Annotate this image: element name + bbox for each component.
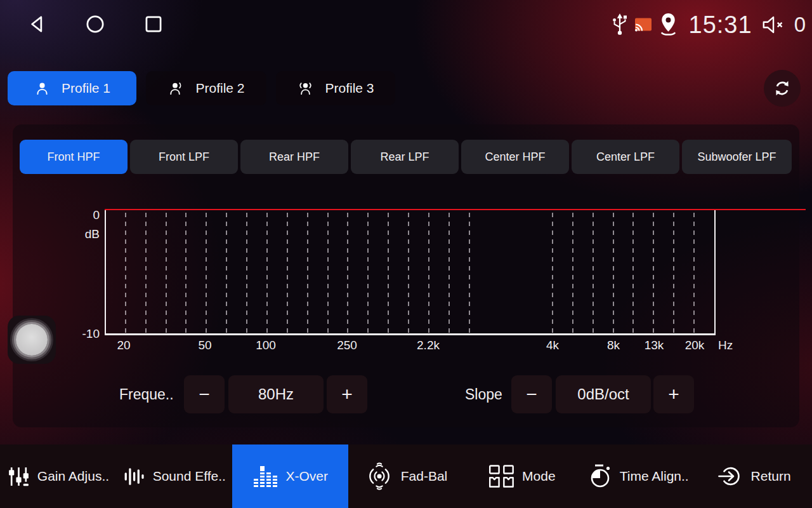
gridline (367, 213, 369, 333)
gridline (673, 213, 674, 333)
nav-item-label: Sound Effe.. (153, 469, 226, 484)
knob-circle-icon (16, 324, 48, 356)
status-bar: 15:31 0 (0, 0, 812, 51)
nav-item-x-over[interactable]: X-Over (232, 444, 348, 508)
profile-tab-1[interactable]: Profile 1 (8, 71, 136, 105)
x-axis-ticks: 20501002502.2k4k8k13k20k (105, 338, 716, 354)
recents-button[interactable] (140, 10, 167, 38)
bottom-nav: Gain Adjus..Sound Effe..X-OverFad-BalMod… (0, 444, 812, 508)
slope-plus-button[interactable]: + (653, 375, 694, 413)
gridline (388, 213, 389, 333)
gridline (552, 213, 553, 333)
gridline (246, 213, 247, 333)
filter-tab-rear-hpf[interactable]: Rear HPF (240, 140, 348, 174)
nav-item-label: Gain Adjus.. (37, 469, 109, 484)
response-curve (105, 209, 806, 210)
x-tick-label: 8k (607, 338, 620, 352)
filter-tab-front-hpf[interactable]: Front HPF (20, 140, 128, 174)
filter-tab-label: Center HPF (485, 150, 545, 164)
slope-minus-button[interactable]: − (511, 375, 552, 413)
sound-icon (122, 465, 146, 488)
usb-icon (610, 11, 629, 38)
nav-item-label: X-Over (285, 469, 328, 484)
home-button[interactable] (81, 10, 109, 38)
filter-tab-front-lpf[interactable]: Front LPF (130, 140, 238, 174)
x-tick-label: 20k (685, 338, 705, 352)
y-axis-bottom-label: -10 (71, 327, 100, 341)
slope-label: Slope (465, 375, 502, 413)
x-tick-label: 20 (117, 338, 130, 352)
y-axis-unit: dB (71, 227, 100, 241)
gridline (593, 213, 594, 333)
filter-tab-label: Front LPF (159, 150, 209, 164)
filter-tab-rear-lpf[interactable]: Rear LPF (351, 140, 459, 174)
filter-tab-label: Front HPF (47, 150, 100, 164)
gridline (347, 213, 348, 333)
home-icon (83, 12, 107, 36)
nav-item-return[interactable]: Return (696, 444, 812, 508)
status-icons: 15:31 0 (610, 0, 806, 50)
gain-icon (7, 465, 30, 488)
filter-tab-center-lpf[interactable]: Center LPF (572, 140, 679, 174)
frequency-value: 80Hz (228, 375, 324, 413)
gridline (206, 213, 207, 333)
android-nav-keys (23, 10, 167, 38)
xover-icon (252, 464, 278, 489)
nav-item-gain-adjus[interactable]: Gain Adjus.. (0, 444, 116, 508)
volume-level: 0 (794, 13, 806, 37)
filter-tab-label: Subwoofer LPF (697, 150, 776, 164)
nav-item-label: Fad-Bal (401, 469, 448, 484)
y-axis-top-label: 0 (71, 208, 100, 222)
profile-label: Profile 2 (195, 81, 244, 96)
gridline (613, 213, 614, 333)
volume-muted-icon (761, 13, 789, 37)
person-3-icon (297, 80, 314, 97)
person-1-icon (34, 80, 51, 97)
frequency-minus-button[interactable]: − (184, 375, 225, 413)
back-icon (25, 12, 49, 36)
x-tick-label: 250 (337, 338, 357, 352)
cast-icon (634, 17, 653, 34)
filter-tab-subwoofer-lpf[interactable]: Subwoofer LPF (682, 140, 792, 174)
nav-item-mode[interactable]: Mode (464, 444, 580, 508)
filter-tab-center-hpf[interactable]: Center HPF (461, 140, 569, 174)
nav-item-label: Return (751, 469, 791, 484)
gridline (125, 213, 126, 333)
frequency-plus-button[interactable]: + (327, 375, 367, 413)
gridline (449, 213, 450, 333)
return-icon (717, 463, 744, 490)
x-tick-label: 2.2k (417, 338, 440, 352)
gridline (693, 213, 695, 333)
x-axis-unit: Hz (718, 338, 733, 352)
profile-tab-3[interactable]: Profile 3 (276, 71, 395, 105)
filter-tab-label: Rear LPF (380, 150, 429, 164)
x-tick-label: 50 (198, 338, 211, 352)
gridline (469, 213, 470, 333)
x-tick-label: 13k (645, 338, 664, 352)
gridline (145, 213, 147, 333)
nav-item-fad-bal[interactable]: Fad-Bal (348, 444, 464, 508)
sync-button[interactable] (764, 70, 801, 107)
frequency-label: Freque.. (119, 375, 181, 413)
fadbal-icon (365, 462, 394, 491)
nav-item-time-align[interactable]: Time Align.. (580, 444, 696, 508)
recents-icon (141, 12, 166, 36)
gridline (226, 213, 227, 333)
volume-knob[interactable] (8, 316, 56, 364)
x-tick-label: 4k (546, 338, 559, 352)
nav-item-label: Mode (522, 469, 556, 484)
filter-tab-label: Center LPF (596, 150, 655, 164)
plot-area (105, 210, 716, 335)
filter-tabs: Front HPFFront LPFRear HPFRear LPFCenter… (20, 140, 792, 174)
gridline (327, 213, 329, 333)
profile-tab-2[interactable]: Profile 2 (146, 71, 266, 105)
person-2-icon (167, 80, 185, 97)
gridline (632, 213, 634, 333)
gridline (653, 213, 654, 333)
nav-item-sound-effe[interactable]: Sound Effe.. (116, 444, 232, 508)
back-button[interactable] (23, 10, 51, 38)
x-tick-label: 100 (256, 338, 276, 352)
gridline (307, 213, 308, 333)
location-icon (657, 11, 679, 38)
head-unit-screen: 15:31 0 Profile 1Profile 2Profile 3 (0, 0, 812, 508)
